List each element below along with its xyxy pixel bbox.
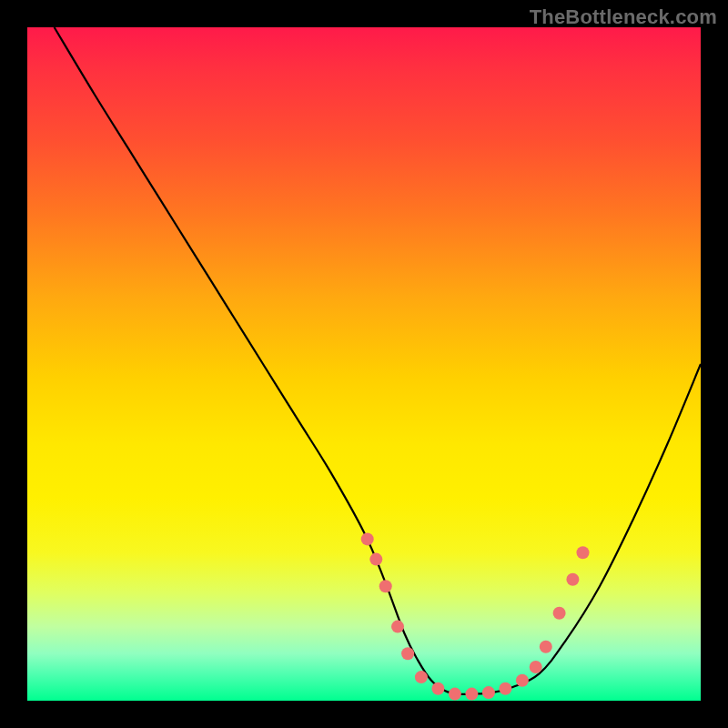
- chart-container: TheBottleneck.com: [0, 0, 728, 728]
- curve-dot: [431, 682, 444, 695]
- watermark-text: TheBottleneck.com: [530, 5, 717, 29]
- curve-dot: [465, 688, 478, 701]
- curve-dot: [449, 688, 461, 701]
- curve-dot: [566, 573, 579, 586]
- curve-dot: [482, 686, 495, 699]
- curve-dot: [391, 621, 404, 633]
- curve-dot: [415, 671, 428, 683]
- curve-dot: [530, 661, 542, 673]
- curve-dot: [540, 641, 552, 653]
- curve-dot: [516, 674, 529, 687]
- curve-dot: [369, 553, 382, 566]
- curve-dot: [361, 532, 374, 545]
- curve-dots-group: [361, 532, 590, 700]
- bottleneck-curve: [55, 27, 701, 694]
- plot-area: [27, 27, 701, 701]
- curve-dot: [401, 647, 414, 660]
- curve-dot: [577, 546, 590, 559]
- chart-svg: [27, 27, 701, 701]
- curve-dot: [499, 682, 511, 695]
- curve-dot: [553, 607, 566, 620]
- curve-dot: [379, 580, 392, 592]
